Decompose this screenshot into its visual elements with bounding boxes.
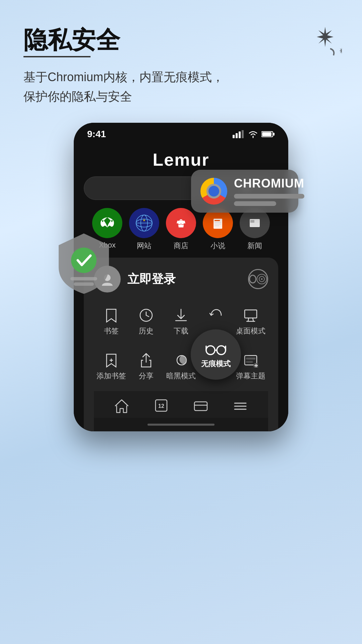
store-label: 商店 — [174, 241, 188, 251]
chromium-logo — [200, 178, 227, 205]
phone-mockup: 9:41 — [70, 123, 292, 431]
status-bar: 9:41 — [74, 123, 288, 143]
dark-mode-icon — [174, 353, 188, 368]
incognito-glasses-icon — [205, 340, 227, 357]
download-label: 下载 — [174, 326, 188, 336]
add-bookmark-icon — [104, 353, 119, 368]
home-nav-button[interactable] — [114, 398, 129, 414]
tabs-nav-button[interactable]: 12 — [154, 398, 169, 415]
bottom-sheet-header: 立即登录 — [94, 266, 268, 292]
svg-point-40 — [217, 346, 226, 355]
wifi-icon — [248, 130, 258, 138]
svg-rect-24 — [215, 224, 221, 224]
menu-nav-button[interactable] — [233, 398, 248, 414]
menu-item-history[interactable]: 历史 — [129, 305, 164, 343]
title-underline — [23, 56, 90, 57]
svg-rect-9 — [262, 132, 272, 136]
status-icons — [233, 130, 275, 138]
svg-rect-3 — [233, 135, 235, 138]
menu-item-share[interactable]: 分享 — [129, 350, 164, 388]
incognito-label-highlight: 无痕模式 — [201, 359, 231, 369]
history-label: 历史 — [139, 326, 154, 336]
menu-grid-row2: 添加书签 分享 — [94, 350, 268, 391]
svg-rect-23 — [215, 222, 221, 223]
svg-text:12: 12 — [158, 403, 164, 409]
shield-badge — [54, 230, 114, 297]
menu-item-incognito[interactable]: 无痕模式 无痕模式 — [198, 350, 233, 388]
svg-rect-29 — [255, 220, 259, 221]
chromium-bar2 — [234, 201, 276, 206]
svg-rect-43 — [246, 361, 253, 363]
menu-item-bookmark[interactable]: 书签 — [94, 305, 129, 343]
incognito-highlight-circle: 无痕模式 — [191, 329, 241, 380]
theme-label: 弹幕主题 — [236, 371, 265, 381]
svg-rect-47 — [194, 402, 207, 411]
svg-rect-30 — [255, 222, 259, 223]
bottom-nav: 12 — [94, 391, 268, 418]
quick-link-website[interactable]: 网站 — [129, 208, 159, 251]
menu-grid-row1: 书签 历史 — [94, 305, 268, 346]
chromium-text-block: CHROMIUM — [234, 176, 304, 206]
header-section: 隐私安全 基于Chromium内核，内置无痕模式， 保护你的隐私与安全 — [0, 0, 362, 106]
svg-rect-25 — [215, 225, 219, 226]
bookmark-label: 书签 — [104, 326, 119, 336]
xbox-icon — [99, 215, 116, 231]
svg-rect-22 — [215, 220, 220, 221]
subtitle: 基于Chromium内核，内置无痕模式， 保护你的隐私与安全 — [23, 67, 339, 106]
main-title: 隐私安全 — [23, 27, 339, 53]
svg-rect-28 — [250, 220, 254, 223]
battery-icon — [261, 130, 275, 138]
svg-point-0 — [71, 248, 97, 273]
target-svg — [256, 272, 267, 286]
news-label: 新闻 — [247, 241, 262, 251]
home-indicator-bar — [147, 424, 215, 426]
desktop-icon — [243, 308, 258, 323]
history-icon — [139, 308, 154, 323]
svg-point-36 — [261, 278, 263, 280]
status-time: 9:41 — [87, 129, 106, 140]
menu-item-download[interactable]: 下载 — [164, 305, 198, 343]
news-icon — [246, 215, 263, 231]
menu-item-desktop[interactable]: 桌面模式 — [233, 305, 268, 343]
svg-point-39 — [206, 346, 215, 355]
svg-rect-42 — [246, 358, 255, 360]
chromium-logo-inner — [206, 184, 221, 199]
card-nav-button[interactable] — [193, 398, 208, 414]
svg-rect-1 — [70, 277, 97, 280]
add-bookmark-label: 添加书签 — [97, 371, 126, 381]
website-label: 网站 — [137, 241, 152, 251]
download-icon — [174, 308, 188, 323]
svg-rect-8 — [273, 133, 275, 136]
bookmark-icon — [104, 308, 119, 323]
chromium-bar1 — [234, 194, 304, 199]
chromium-title: CHROMIUM — [234, 176, 304, 191]
svg-rect-38 — [245, 310, 257, 318]
quick-link-news[interactable]: 新闻 — [240, 208, 270, 251]
share-icon — [139, 353, 154, 368]
share-label: 分享 — [139, 371, 154, 381]
signal-icon — [233, 130, 245, 138]
website-icon — [136, 215, 153, 231]
svg-rect-4 — [236, 133, 238, 138]
quick-link-store[interactable]: 商店 — [166, 208, 196, 251]
svg-rect-5 — [239, 131, 241, 138]
dark-mode-label: 暗黑模式 — [166, 371, 196, 381]
target-icon[interactable] — [248, 269, 268, 289]
login-label[interactable]: 立即登录 — [127, 271, 176, 287]
svg-rect-32 — [250, 225, 259, 226]
menu-item-add-bookmark[interactable]: 添加书签 — [94, 350, 129, 388]
store-icon — [173, 215, 189, 231]
shield-svg — [54, 230, 114, 297]
browser-logo: Lemur — [84, 150, 278, 170]
home-indicator — [94, 418, 268, 431]
refresh-icon — [208, 308, 223, 323]
quick-link-novel[interactable]: 小说 — [203, 208, 233, 251]
svg-rect-2 — [74, 282, 94, 286]
novel-label: 小说 — [210, 241, 225, 251]
svg-rect-6 — [242, 130, 244, 138]
chromium-card: CHROMIUM — [191, 170, 298, 213]
tabs-icon: 12 — [154, 398, 169, 413]
theme-icon — [243, 353, 258, 368]
desktop-label: 桌面模式 — [236, 326, 265, 336]
svg-rect-31 — [250, 224, 259, 224]
